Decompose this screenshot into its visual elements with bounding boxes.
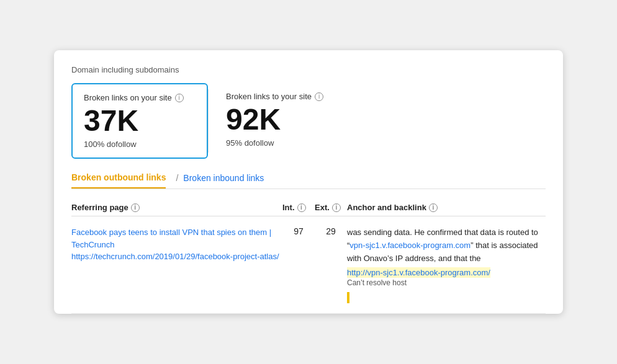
metric1-title: Broken links on your site i [84,93,189,102]
metric2-sub: 95% dofollow [226,138,323,148]
domain-label: Domain including subdomains [71,65,546,74]
anchor-header-info-icon[interactable]: i [429,203,438,212]
anchor-inner-link[interactable]: vpn-sjc1.v.facebook-program.com [349,241,471,250]
table-row: Facebook pays teens to install VPN that … [71,216,546,313]
metric2-info-icon[interactable]: i [315,92,323,101]
ext-header-info-icon[interactable]: i [332,203,341,212]
metric-broken-inbound: Broken links to your site i 92K 95% dofo… [209,83,341,159]
metrics-row: Broken links on your site i 37K 100% dof… [71,83,546,159]
yellow-bar-icon [347,292,349,303]
cant-resolve-text: Can’t resolve host [347,278,546,287]
page-url-link[interactable]: https://techcrunch.com/2019/01/29/facebo… [71,251,282,263]
metric2-title: Broken links to your site i [226,92,323,101]
anchor-text-block: was sending data. He confirmed that data… [347,226,546,265]
main-card: Domain including subdomains Broken links… [54,50,563,313]
tabs-row: Broken outbound links / Broken inbound l… [71,172,546,189]
tab-broken-inbound[interactable]: Broken inbound links [183,173,264,188]
col-header-int: Int. i [282,203,315,212]
metric1-info-icon[interactable]: i [175,94,184,102]
metric1-value: 37K [84,106,189,136]
page-header-info-icon[interactable]: i [131,203,140,212]
yellow-bar-row [347,290,546,303]
col-header-anchor: Anchor and backlink i [347,203,546,212]
row-page: Facebook pays teens to install VPN that … [71,226,282,263]
page-link[interactable]: Facebook pays teens to install VPN that … [71,226,282,251]
col-header-ext: Ext. i [315,203,347,212]
row-ext: 29 [315,226,347,236]
metric-broken-outbound: Broken links on your site i 37K 100% dof… [71,83,208,159]
metric2-value: 92K [226,105,323,135]
row-anchor: was sending data. He confirmed that data… [347,226,546,303]
anchor-url-link[interactable]: http://vpn-sjc1.v.facebook-program.com/ [347,267,490,278]
anchor-url-row: http://vpn-sjc1.v.facebook-program.com/ [347,268,546,277]
tab-broken-outbound[interactable]: Broken outbound links [71,172,166,189]
int-header-info-icon[interactable]: i [297,203,306,212]
tab-separator: / [176,173,178,188]
col-header-page: Referring page i [71,203,282,212]
table-header: Referring page i Int. i Ext. i Anchor an… [71,199,546,216]
metric1-sub: 100% dofollow [84,140,189,149]
row-int: 97 [282,226,315,236]
